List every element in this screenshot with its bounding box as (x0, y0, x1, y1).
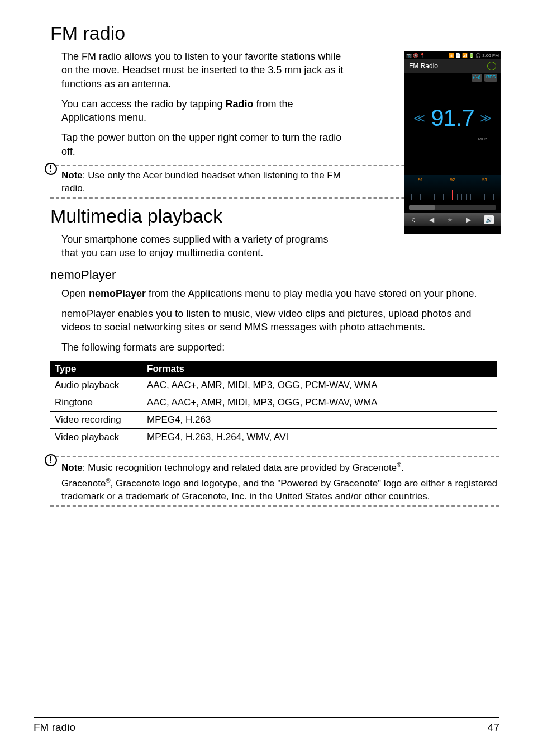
paragraph-fm-power: Tap the power button on the upper right … (61, 131, 346, 158)
paragraph-nemo-features: nemoPlayer enables you to listen to musi… (61, 307, 499, 334)
text-fragment: Open (61, 288, 89, 299)
text-radio-bold: Radio (226, 98, 254, 110)
text-fragment: Gracenote (61, 478, 106, 489)
fm-radio-screenshot: 📷 🔇 📍 📶 📄 📶 🔋 🎧 3:00 PM FM Radio ((•)) R… (404, 51, 501, 234)
power-button[interactable] (487, 62, 496, 70)
text-fragment: from the Applications menu to play media… (146, 288, 477, 299)
table-header-type: Type (50, 361, 142, 377)
table-cell: Ringtone (50, 394, 142, 411)
signal-icon: 📶 (462, 53, 468, 58)
status-icon: 📄 (455, 53, 461, 58)
table-row: Ringtone AAC, AAC+, AMR, MIDI, MP3, OGG,… (50, 394, 497, 411)
playback-controls: ♫ ◀ ★ ▶ 🔊 (404, 213, 501, 226)
seek-bar[interactable] (409, 205, 496, 210)
registered-symbol: ® (397, 461, 401, 468)
battery-icon: 🔋 (469, 53, 474, 58)
alert-icon: ! (45, 163, 57, 175)
status-bar: 📷 🔇 📍 📶 📄 📶 🔋 🎧 3:00 PM (404, 51, 501, 59)
frequency-display: ≪ 91.7 ≫ (404, 93, 501, 143)
rds-row: ((•)) RDS (404, 73, 501, 82)
note-body: : Use only the Acer bundled headset when… (61, 170, 341, 193)
page-footer: FM radio 47 (34, 717, 499, 734)
headset-icon: 🎧 (475, 53, 481, 58)
music-icon[interactable]: ♫ (411, 216, 416, 224)
table-cell: MPEG4, H.263 (142, 411, 497, 428)
paragraph-mm-intro: Your smartphone comes supplied with a va… (61, 233, 346, 260)
heading-nemoplayer: nemoPlayer (50, 268, 499, 282)
prev-button[interactable]: ◀ (429, 216, 434, 224)
footer-section-title: FM radio (34, 721, 75, 734)
app-title-bar: FM Radio (404, 59, 501, 73)
app-title: FM Radio (409, 62, 438, 70)
table-header-formats: Formats (142, 361, 497, 377)
table-cell: MPEG4, H.263, H.264, WMV, AVI (142, 428, 497, 446)
text-fragment: You can access the radio by tapping (61, 98, 226, 110)
frequency-dial[interactable]: 91 92 93 (404, 175, 501, 200)
table-cell: Video recording (50, 411, 142, 428)
paragraph-fm-intro: The FM radio allows you to listen to you… (61, 50, 346, 91)
table-row: Video playback MPEG4, H.263, H.264, WMV,… (50, 428, 497, 446)
table-row: Audio playback AAC, AAC+, AMR, MIDI, MP3… (50, 377, 497, 394)
tune-down-button[interactable]: ≪ (413, 111, 425, 125)
text-nemo-bold: nemoPlayer (89, 288, 146, 299)
note-label: Note (61, 462, 83, 472)
heading-fm-radio: FM radio (50, 22, 499, 44)
divider (50, 505, 499, 507)
note-fm-text: Note: Use only the Acer bundled headset … (61, 169, 346, 195)
clock-text: 3:00 PM (482, 53, 499, 58)
table-cell: Video playback (50, 428, 142, 446)
registered-symbol: ® (106, 477, 110, 484)
wifi-icon: 📶 (449, 53, 454, 58)
table-row: Video recording MPEG4, H.263 (50, 411, 497, 428)
text-fragment: , Gracenote logo and logotype, and the "… (61, 478, 497, 502)
text-fragment: . (401, 462, 404, 472)
rds-badge[interactable]: RDS (484, 74, 497, 82)
note-gracenote-1: Note: Music recognition technology and r… (61, 461, 499, 475)
camera-icon: 📷 (406, 53, 412, 58)
speaker-button[interactable]: 🔊 (484, 215, 494, 224)
signal-badge: ((•)) (472, 74, 482, 82)
tune-up-button[interactable]: ≫ (480, 111, 492, 125)
frequency-value: 91.7 (431, 105, 474, 131)
formats-table: Type Formats Audio playback AAC, AAC+, A… (50, 361, 497, 446)
paragraph-nemo-open: Open nemoPlayer from the Applications me… (61, 287, 499, 300)
text-fragment: : Music recognition technology and relat… (83, 462, 397, 472)
next-button[interactable]: ▶ (466, 216, 471, 224)
table-cell: Audio playback (50, 377, 142, 394)
alert-icon: ! (45, 454, 57, 466)
note-label: Note (61, 170, 83, 181)
status-icons-right: 📶 📄 📶 🔋 🎧 3:00 PM (449, 53, 499, 58)
favorite-button[interactable]: ★ (447, 216, 453, 224)
paragraph-fm-access: You can access the radio by tapping Radi… (61, 97, 346, 125)
page-number: 47 (488, 721, 499, 734)
mhz-label: MHz (404, 136, 501, 141)
mute-icon: 🔇 (413, 53, 418, 58)
table-cell: AAC, AAC+, AMR, MIDI, MP3, OGG, PCM-WAV,… (142, 394, 497, 411)
status-icons-left: 📷 🔇 📍 (406, 53, 425, 58)
gps-icon: 📍 (420, 53, 425, 58)
note-gracenote-2: Gracenote®, Gracenote logo and logotype,… (61, 476, 499, 503)
table-cell: AAC, AAC+, AMR, MIDI, MP3, OGG, PCM-WAV,… (142, 377, 497, 394)
paragraph-formats-intro: The following formats are supported: (61, 341, 499, 354)
dial-marker (452, 190, 453, 200)
divider (50, 456, 499, 457)
